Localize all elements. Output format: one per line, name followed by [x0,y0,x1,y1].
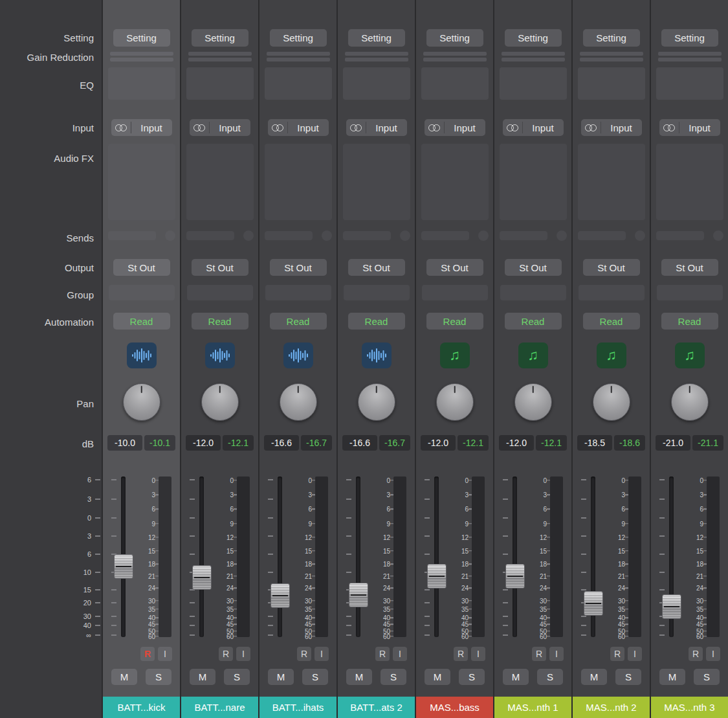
audio-fx-slot[interactable] [186,144,254,220]
audio-fx-slot[interactable] [578,144,645,220]
output-button[interactable]: St Out [113,259,170,276]
input-button[interactable]: Input [111,119,172,136]
output-button[interactable]: St Out [348,259,405,276]
track-name[interactable]: MAS...nth 3 [651,697,728,718]
pan-knob[interactable] [201,383,239,421]
setting-button[interactable]: Setting [192,29,248,47]
automation-mode-button[interactable]: Read [348,313,405,330]
automation-mode-button[interactable]: Read [505,313,562,330]
output-button[interactable]: St Out [505,259,562,276]
peak-db-value[interactable]: -21.1 [692,435,723,451]
send-knob[interactable] [635,230,645,241]
send-slot[interactable] [656,231,704,240]
track-name[interactable]: BATT...ihats [259,697,336,718]
record-enable-button[interactable]: R [375,647,390,661]
pan-knob[interactable] [123,383,160,421]
track-name[interactable]: BATT...nare [181,697,258,718]
eq-display[interactable] [421,67,489,100]
input-button[interactable]: Input [190,119,250,136]
input-monitor-button[interactable]: I [549,647,564,661]
send-knob[interactable] [557,230,567,241]
mute-button[interactable]: M [425,669,450,685]
input-monitor-button[interactable]: I [236,647,250,661]
group-slot[interactable] [422,285,488,300]
eq-display[interactable] [500,67,567,100]
audio-fx-slot[interactable] [421,144,489,220]
peak-db-value[interactable]: -12.1 [536,435,567,451]
send-slot[interactable] [343,231,391,240]
group-slot[interactable] [657,285,723,300]
send-knob[interactable] [478,230,489,241]
record-enable-button[interactable]: R [610,647,624,661]
group-slot[interactable] [579,285,645,300]
automation-mode-button[interactable]: Read [583,313,640,330]
solo-button[interactable]: S [615,669,641,685]
volume-db-value[interactable]: -16.6 [342,435,377,451]
eq-display[interactable] [108,67,175,100]
automation-mode-button[interactable]: Read [270,313,327,330]
peak-db-value[interactable]: -12.1 [458,435,489,451]
record-enable-button[interactable]: R [689,647,703,661]
solo-button[interactable]: S [146,669,171,685]
pan-knob[interactable] [514,383,552,421]
input-button[interactable]: Input [659,119,720,136]
input-button[interactable]: Input [346,119,407,136]
record-enable-button[interactable]: R [297,647,311,661]
setting-button[interactable]: Setting [270,29,327,47]
mute-button[interactable]: M [659,669,685,685]
group-slot[interactable] [265,285,331,300]
send-slot[interactable] [186,231,234,240]
mute-button[interactable]: M [581,669,607,685]
output-button[interactable]: St Out [270,259,327,276]
mute-button[interactable]: M [346,669,372,685]
send-knob[interactable] [322,230,332,241]
group-slot[interactable] [344,285,410,300]
solo-button[interactable]: S [459,669,485,685]
send-knob[interactable] [400,230,410,241]
automation-mode-button[interactable]: Read [113,313,170,330]
record-enable-button[interactable]: R [532,647,546,661]
audio-fx-slot[interactable] [343,144,410,220]
eq-display[interactable] [578,67,645,100]
input-button[interactable]: Input [581,119,642,136]
peak-db-value[interactable]: -10.1 [144,435,175,451]
peak-db-value[interactable]: -16.7 [301,435,332,451]
track-name[interactable]: MAS...nth 2 [573,697,650,718]
input-monitor-button[interactable]: I [471,647,485,661]
record-enable-button[interactable]: R [140,647,155,661]
volume-db-value[interactable]: -10.0 [107,435,142,451]
volume-db-value[interactable]: -12.0 [186,435,221,451]
send-knob[interactable] [165,230,175,241]
pan-knob[interactable] [593,383,630,421]
record-enable-button[interactable]: R [454,647,468,661]
mute-button[interactable]: M [190,669,215,685]
peak-db-value[interactable]: -16.7 [379,435,410,451]
output-button[interactable]: St Out [661,259,718,276]
send-knob[interactable] [243,230,254,241]
setting-button[interactable]: Setting [505,29,562,47]
input-button[interactable]: Input [425,119,485,136]
group-slot[interactable] [500,285,566,300]
input-button[interactable]: Input [503,119,564,136]
pan-knob[interactable] [280,383,317,421]
input-monitor-button[interactable]: I [158,647,172,661]
send-knob[interactable] [713,230,723,241]
send-slot[interactable] [108,231,156,240]
track-name[interactable]: BATT...ats 2 [338,697,415,718]
volume-db-value[interactable]: -21.0 [656,435,690,451]
input-monitor-button[interactable]: I [314,647,329,661]
group-slot[interactable] [187,285,253,300]
input-button[interactable]: Input [268,119,329,136]
eq-display[interactable] [656,67,723,100]
pan-knob[interactable] [671,383,709,421]
input-monitor-button[interactable]: I [393,647,407,661]
volume-db-value[interactable]: -16.6 [264,435,299,451]
eq-display[interactable] [186,67,254,100]
track-name[interactable]: MAS...bass [416,697,493,718]
audio-fx-slot[interactable] [500,144,567,220]
mute-button[interactable]: M [111,669,137,685]
output-button[interactable]: St Out [583,259,640,276]
solo-button[interactable]: S [694,669,720,685]
pan-knob[interactable] [358,383,395,421]
volume-db-value[interactable]: -12.0 [421,435,456,451]
